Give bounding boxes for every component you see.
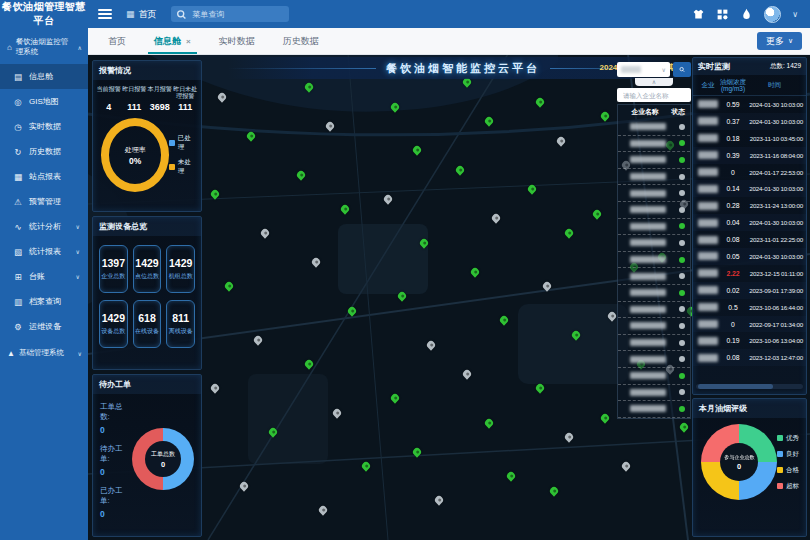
alarm-stat-value: 3698 xyxy=(147,102,173,112)
list-item[interactable] xyxy=(618,318,690,335)
tab-首页[interactable]: 首页 xyxy=(96,28,138,54)
close-icon[interactable]: × xyxy=(186,37,191,46)
list-item[interactable] xyxy=(618,268,690,285)
table-row[interactable]: 0.182023-11-10 03:45:00 xyxy=(693,130,806,147)
list-item[interactable] xyxy=(618,152,690,169)
workorder-label: 待办工单: xyxy=(100,444,132,464)
table-row[interactable]: 0.082023-12-03 12:47:00 xyxy=(693,349,806,366)
tab-实时数据[interactable]: 实时数据 xyxy=(207,28,267,54)
tab-历史数据[interactable]: 历史数据 xyxy=(271,28,331,54)
device-stat-label: 企业总数 xyxy=(101,272,125,281)
list-item[interactable] xyxy=(618,368,690,385)
table-row[interactable]: 0.592024-01-30 10:03:00 xyxy=(693,96,806,113)
menu-search-input[interactable] xyxy=(190,9,283,20)
sidebar-item-历史数据[interactable]: ↻历史数据 xyxy=(0,139,88,164)
list-item[interactable] xyxy=(618,185,690,202)
chevron-down-icon[interactable]: ∨ xyxy=(792,10,798,19)
table-row[interactable]: 0.192023-10-06 13:04:00 xyxy=(693,332,806,349)
sidebar-item-GIS地图[interactable]: ◎GIS地图 xyxy=(0,89,88,114)
collapse-handle[interactable]: ∧ xyxy=(635,78,673,86)
map-area[interactable]: 餐饮油烟智能监控云平台 2024/1/30 10:03 星期二 报警情况 当前报… xyxy=(88,54,810,540)
list-item[interactable] xyxy=(618,285,690,302)
flame-icon[interactable] xyxy=(740,8,753,21)
redacted-enterprise-name xyxy=(696,354,720,362)
table-row[interactable]: 0.082023-11-01 22:25:00 xyxy=(693,231,806,248)
status-dot xyxy=(679,340,685,346)
sidebar-section-monitor-system[interactable]: ⌂ 餐饮油烟监控管理系统 ∧ xyxy=(0,28,88,64)
enterprise-name-input[interactable] xyxy=(621,91,687,100)
list-item[interactable] xyxy=(618,385,690,402)
list-item[interactable] xyxy=(618,252,690,269)
sidebar: ⌂ 餐饮油烟监控管理系统 ∧ ▤信息舱◎GIS地图◷实时数据↻历史数据▦站点报表… xyxy=(0,28,88,540)
alarm-stat-label: 昨日报警 xyxy=(122,86,148,100)
sidebar-item-站点报表[interactable]: ▦站点报表 xyxy=(0,164,88,189)
enterprise-name-search[interactable] xyxy=(617,88,691,102)
sidebar-item-统计报表[interactable]: ▧统计报表∨ xyxy=(0,239,88,264)
list-item[interactable] xyxy=(618,202,690,219)
legend-item: 合格 xyxy=(777,466,799,475)
table-row[interactable]: 02022-09-17 01:34:00 xyxy=(693,316,806,333)
blur-block xyxy=(698,236,718,244)
scrollbar-thumb[interactable] xyxy=(698,384,773,389)
enterprise-search-button[interactable] xyxy=(673,62,691,77)
region-select[interactable]: ∨ xyxy=(617,62,670,77)
device-icon: ⚙ xyxy=(13,322,23,332)
theme-shirt-icon[interactable] xyxy=(692,8,705,21)
more-button[interactable]: 更多∨ xyxy=(757,32,802,50)
legend-label: 合格 xyxy=(786,466,799,475)
device-stat-box: 811离线设备 xyxy=(166,300,195,348)
redacted-enterprise-name xyxy=(630,206,666,213)
legend-swatch xyxy=(777,467,783,473)
sidebar-item-台账[interactable]: ⊞台账∨ xyxy=(0,264,88,289)
status-dot xyxy=(679,240,685,246)
blur-block xyxy=(698,252,718,260)
timestamp: 2023-11-10 03:45:00 xyxy=(746,135,803,142)
table-row[interactable]: 0.042024-01-30 10:03:00 xyxy=(693,214,806,231)
sidebar-item-信息舱[interactable]: ▤信息舱 xyxy=(0,64,88,89)
sidebar-item-档案查询[interactable]: ▥档案查询 xyxy=(0,289,88,314)
sidebar-item-预警管理[interactable]: ⚠预警管理 xyxy=(0,189,88,214)
list-item[interactable] xyxy=(618,136,690,153)
list-item[interactable] xyxy=(618,302,690,319)
table-row[interactable]: 0.52023-10-06 16:44:00 xyxy=(693,299,806,316)
list-item[interactable] xyxy=(618,401,690,418)
menu-toggle-icon[interactable] xyxy=(98,9,112,19)
table-row[interactable]: 0.022023-09-01 17:39:00 xyxy=(693,282,806,299)
sidebar-item-运维设备[interactable]: ⚙运维设备 xyxy=(0,314,88,339)
timestamp: 2023-12-15 01:11:00 xyxy=(746,270,803,277)
list-item[interactable] xyxy=(618,235,690,252)
apps-icon[interactable] xyxy=(716,8,729,21)
sidebar-section-base-system[interactable]: ▲ 基础管理系统 ∨ xyxy=(0,339,88,365)
alarm-stat-label: 当前报警 xyxy=(96,86,122,100)
table-row[interactable]: 02024-01-17 22:53:00 xyxy=(693,164,806,181)
redacted-enterprise-name xyxy=(630,156,666,163)
redacted-enterprise-name xyxy=(630,389,666,396)
list-item[interactable] xyxy=(618,219,690,236)
list-item[interactable] xyxy=(618,335,690,352)
table-row[interactable]: 0.282023-11-24 13:00:00 xyxy=(693,197,806,214)
list-item[interactable] xyxy=(618,351,690,368)
table-row[interactable]: 0.142024-01-30 10:03:00 xyxy=(693,180,806,197)
stats-report-icon: ▧ xyxy=(13,247,23,257)
status-dot xyxy=(679,174,685,180)
concentration-value: 0.37 xyxy=(720,118,746,125)
legend-swatch xyxy=(169,164,174,170)
table-row[interactable]: 0.052024-01-30 10:03:00 xyxy=(693,248,806,265)
table-row[interactable]: 2.222023-12-15 01:11:00 xyxy=(693,265,806,282)
sidebar-item-统计分析[interactable]: ∿统计分析∨ xyxy=(0,214,88,239)
table-row[interactable]: 0.392023-11-16 08:04:00 xyxy=(693,147,806,164)
concentration-value: 0.02 xyxy=(720,287,746,294)
redacted-enterprise-name xyxy=(630,223,666,230)
table-row[interactable]: 0.372024-01-30 10:03:00 xyxy=(693,113,806,130)
list-item[interactable] xyxy=(618,169,690,186)
redacted-enterprise-name xyxy=(630,372,666,379)
avatar[interactable] xyxy=(764,6,781,23)
redacted-enterprise-name xyxy=(696,320,720,328)
timestamp: 2024-01-30 10:03:00 xyxy=(746,219,803,226)
breadcrumb-home[interactable]: ▦ 首页 xyxy=(126,8,157,21)
tab-信息舱[interactable]: 信息舱× xyxy=(142,28,203,54)
sidebar-item-实时数据[interactable]: ◷实时数据 xyxy=(0,114,88,139)
history-icon: ↻ xyxy=(13,147,23,157)
list-item[interactable] xyxy=(618,119,690,136)
menu-search[interactable] xyxy=(171,6,289,22)
